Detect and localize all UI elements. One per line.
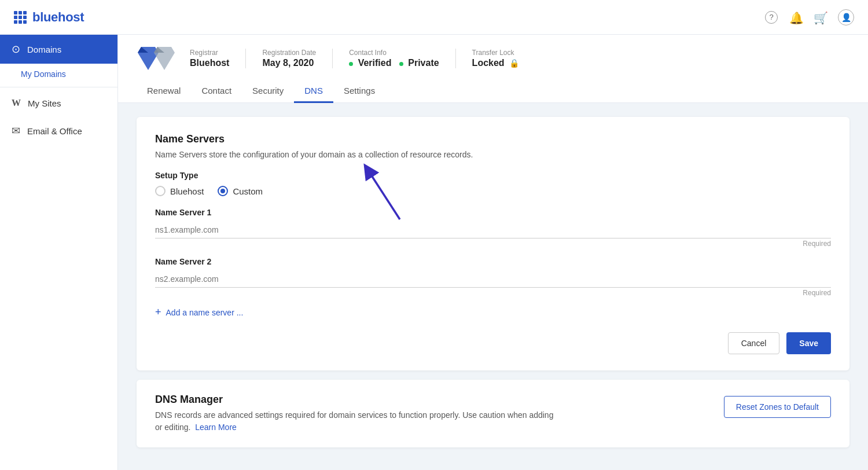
- user-icon[interactable]: 👤: [838, 9, 854, 25]
- learn-more-link[interactable]: Learn More: [195, 423, 237, 432]
- add-server-label: Add a name server ...: [166, 308, 244, 317]
- sidebar-item-email-office[interactable]: ✉ Email & Office: [0, 116, 117, 145]
- transfer-lock-label: Transfer Lock: [472, 49, 519, 57]
- private-dot: [399, 62, 403, 66]
- radio-circle-custom: [218, 186, 228, 196]
- lock-icon: 🔒: [509, 58, 519, 68]
- radio-label-bluehost: Bluehost: [170, 186, 204, 196]
- registrar-section: Registrar Bluehost: [190, 49, 245, 68]
- bell-icon[interactable]: 🔔: [789, 11, 802, 24]
- sidebar-label-domains: Domains: [27, 45, 61, 54]
- tabs-row: Renewal Contact Security DNS Settings: [137, 80, 849, 102]
- cancel-button[interactable]: Cancel: [728, 332, 780, 354]
- name-server-1-section: Name Server 1 Required: [155, 208, 831, 248]
- sidebar-item-my-sites[interactable]: W My Sites: [0, 90, 117, 116]
- nav-icons-area: ? 🔔 🛒 👤: [765, 9, 854, 25]
- domain-header-card: Registrar Bluehost Registration Date May…: [118, 35, 868, 103]
- radio-label-custom: Custom: [233, 186, 263, 196]
- tab-contact[interactable]: Contact: [191, 80, 242, 103]
- content-area: Registrar Bluehost Registration Date May…: [118, 35, 868, 470]
- email-icon: ✉: [12, 124, 20, 137]
- name-server-2-input-wrapper: [155, 271, 831, 288]
- reset-zones-button[interactable]: Reset Zones to Default: [724, 396, 831, 418]
- name-server-1-input-wrapper: [155, 222, 831, 238]
- name-server-1-input[interactable]: [155, 222, 831, 238]
- registrar-value: Bluehost: [190, 58, 229, 68]
- add-name-server-row[interactable]: + Add a name server ...: [155, 306, 831, 318]
- sidebar-label-email-office: Email & Office: [27, 126, 82, 136]
- name-servers-card: Name Servers Name Servers store the conf…: [137, 117, 849, 370]
- contact-verified: Verified: [358, 58, 392, 68]
- sidebar: ⊙ Domains My Domains W My Sites ✉ Email …: [0, 35, 118, 470]
- top-navigation: bluehost ? 🔔 🛒 👤: [0, 0, 868, 35]
- contact-private: Private: [408, 58, 439, 68]
- setup-type-label: Setup Type: [155, 171, 831, 180]
- tab-renewal[interactable]: Renewal: [137, 80, 191, 103]
- domain-logo-gray: [153, 44, 176, 73]
- tab-dns[interactable]: DNS: [294, 80, 333, 103]
- dns-manager-title: DNS Manager: [155, 394, 560, 406]
- sidebar-label-my-sites: My Sites: [28, 98, 61, 108]
- domain-meta: Registrar Bluehost Registration Date May…: [190, 49, 535, 68]
- sidebar-item-domains[interactable]: ⊙ Domains: [0, 35, 117, 64]
- brand-name: bluehost: [32, 10, 84, 25]
- reg-date-section: Registration Date May 8, 2020: [245, 49, 332, 68]
- registrar-label: Registrar: [190, 49, 229, 57]
- save-button[interactable]: Save: [786, 332, 831, 354]
- name-server-2-section: Name Server 2 Required: [155, 257, 831, 297]
- sidebar-divider: [0, 87, 117, 87]
- dns-manager-desc: DNS records are advanced settings requir…: [155, 409, 560, 434]
- domains-icon: ⊙: [12, 43, 20, 56]
- tab-settings[interactable]: Settings: [333, 80, 385, 103]
- sidebar-label-my-domains: My Domains: [21, 69, 66, 79]
- wordpress-icon: W: [12, 98, 21, 108]
- transfer-lock-value: Locked 🔒: [472, 58, 519, 68]
- plus-icon: +: [155, 306, 161, 318]
- help-icon[interactable]: ?: [765, 11, 778, 24]
- name-server-1-required: Required: [155, 240, 831, 248]
- dns-manager-row: DNS Manager DNS records are advanced set…: [137, 380, 849, 447]
- name-server-2-required: Required: [155, 289, 831, 297]
- reg-date-value: May 8, 2020: [262, 58, 316, 68]
- contact-label: Contact Info: [349, 49, 439, 57]
- domain-info-row: Registrar Bluehost Registration Date May…: [137, 35, 849, 73]
- name-server-1-label: Name Server 1: [155, 208, 831, 217]
- domain-logo-area: [137, 44, 176, 73]
- contact-value: Verified Private: [349, 58, 439, 68]
- page-content: Name Servers Name Servers store the conf…: [118, 103, 868, 461]
- transfer-lock-section: Transfer Lock Locked 🔒: [455, 49, 535, 68]
- name-servers-title: Name Servers: [155, 133, 831, 145]
- radio-custom[interactable]: Custom: [218, 186, 263, 196]
- cart-icon[interactable]: 🛒: [814, 11, 826, 24]
- tab-security[interactable]: Security: [242, 80, 294, 103]
- name-server-2-label: Name Server 2: [155, 257, 831, 266]
- contact-section: Contact Info Verified Private: [332, 49, 455, 68]
- sidebar-item-my-domains[interactable]: My Domains: [0, 64, 117, 85]
- radio-row: Bluehost Custom: [155, 186, 831, 196]
- brand-area: bluehost: [14, 10, 84, 25]
- name-server-2-input[interactable]: [155, 271, 831, 288]
- card-footer: Cancel Save: [155, 332, 831, 354]
- radio-circle-bluehost: [155, 186, 165, 196]
- dns-manager-text: DNS Manager DNS records are advanced set…: [155, 394, 560, 434]
- name-servers-subtitle: Name Servers store the configuration of …: [155, 150, 831, 159]
- grid-icon[interactable]: [14, 11, 27, 24]
- reg-date-label: Registration Date: [262, 49, 316, 57]
- radio-bluehost[interactable]: Bluehost: [155, 186, 204, 196]
- verified-dot: [349, 62, 353, 66]
